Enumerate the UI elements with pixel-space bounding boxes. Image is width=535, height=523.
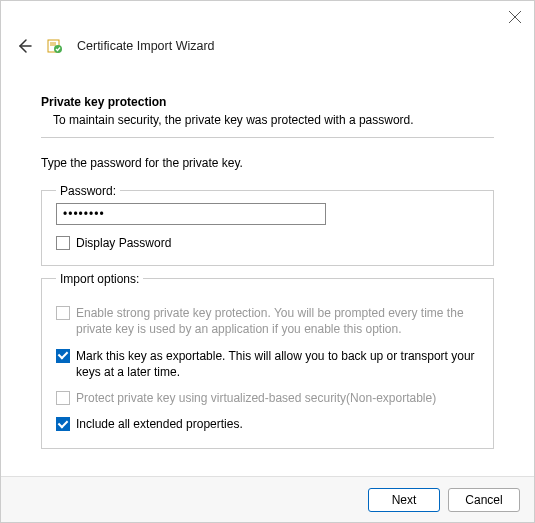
section-description: To maintain security, the private key wa…	[53, 113, 494, 127]
option-label: Protect private key using virtualized-ba…	[76, 390, 436, 406]
password-legend: Password:	[56, 184, 120, 198]
password-input[interactable]	[56, 203, 326, 225]
option-label: Include all extended properties.	[76, 416, 243, 432]
option-extended-properties-checkbox[interactable]	[56, 417, 70, 431]
import-options-legend: Import options:	[56, 272, 143, 286]
close-icon[interactable]	[508, 10, 522, 24]
option-exportable-checkbox[interactable]	[56, 349, 70, 363]
option-strong-protection: Enable strong private key protection. Yo…	[56, 305, 479, 337]
display-password-checkbox[interactable]	[56, 236, 70, 250]
section-title: Private key protection	[41, 95, 494, 109]
instruction-text: Type the password for the private key.	[41, 156, 494, 170]
footer: Next Cancel	[1, 476, 534, 522]
option-label: Mark this key as exportable. This will a…	[76, 348, 479, 380]
certificate-icon	[47, 38, 63, 54]
option-label: Enable strong private key protection. Yo…	[76, 305, 479, 337]
option-exportable: Mark this key as exportable. This will a…	[56, 348, 479, 380]
option-virtualized-security-checkbox	[56, 391, 70, 405]
display-password-label: Display Password	[76, 235, 171, 251]
cancel-button[interactable]: Cancel	[448, 488, 520, 512]
import-options-group: Import options: Enable strong private ke…	[41, 278, 494, 449]
wizard-title: Certificate Import Wizard	[77, 39, 215, 53]
option-extended-properties: Include all extended properties.	[56, 416, 479, 432]
password-group: Password: Display Password	[41, 190, 494, 266]
option-virtualized-security: Protect private key using virtualized-ba…	[56, 390, 479, 406]
next-button[interactable]: Next	[368, 488, 440, 512]
divider	[41, 137, 494, 138]
option-strong-protection-checkbox	[56, 306, 70, 320]
back-arrow-icon[interactable]	[15, 37, 33, 55]
wizard-header: Certificate Import Wizard	[1, 33, 534, 61]
